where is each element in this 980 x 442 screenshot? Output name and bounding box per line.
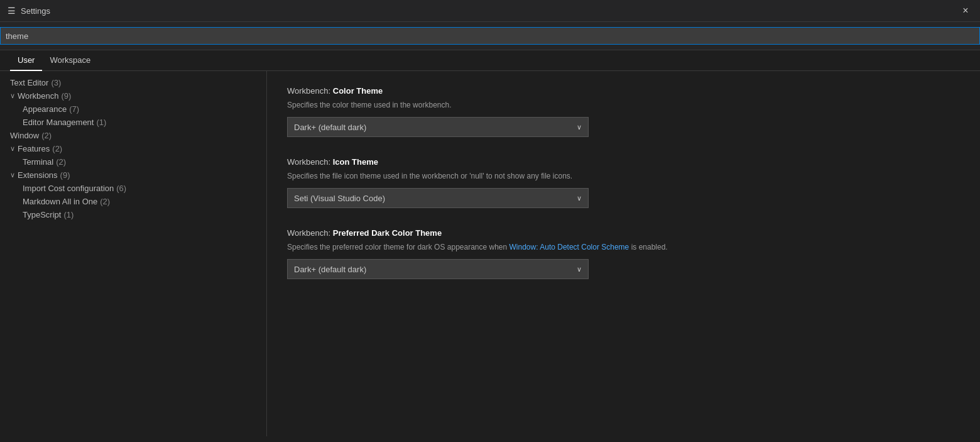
sidebar-item-label: Editor Management (23, 118, 94, 127)
sidebar-item-appearance[interactable]: Appearance (7) (0, 102, 266, 116)
sidebar-item-count: (2) (41, 131, 52, 140)
chevron-down-icon: ∨ (577, 265, 582, 273)
sidebar-item-label: Text Editor (10, 78, 48, 87)
search-bar (0, 22, 980, 50)
dropdown-value: Dark+ (default dark) (294, 123, 366, 132)
sidebar-item-label: Features (18, 144, 50, 153)
sidebar-item-features[interactable]: ∨ Features (2) (0, 142, 266, 155)
icon-theme-dropdown[interactable]: Seti (Visual Studio Code) ∨ (287, 188, 589, 208)
setting-icon-theme: Workbench: Icon Theme Specifies the file… (287, 157, 960, 208)
sidebar-item-count: (2) (52, 144, 62, 153)
sidebar-item-count: (1) (63, 210, 74, 219)
setting-title: Workbench: Icon Theme (287, 157, 960, 167)
sidebar: Text Editor (3) ∨ Workbench (9) Appearan… (0, 71, 267, 436)
setting-preferred-dark-color-theme: Workbench: Preferred Dark Color Theme Sp… (287, 228, 960, 279)
settings-content: Workbench: Color Theme Specifies the col… (267, 71, 980, 436)
sidebar-item-count: (9) (62, 91, 72, 101)
sidebar-item-label: TypeScript (23, 210, 61, 219)
sidebar-item-editor-management[interactable]: Editor Management (1) (0, 116, 266, 129)
auto-detect-color-scheme-link[interactable]: Window: Auto Detect Color Scheme (509, 243, 629, 251)
chevron-down-icon: ∨ (10, 145, 15, 153)
sidebar-item-terminal[interactable]: Terminal (2) (0, 155, 266, 169)
tab-workspace[interactable]: Workspace (42, 50, 98, 71)
sidebar-item-text-editor[interactable]: Text Editor (3) (0, 76, 266, 89)
chevron-down-icon: ∨ (577, 123, 582, 131)
sidebar-item-typescript[interactable]: TypeScript (1) (0, 208, 266, 221)
chevron-down-icon: ∨ (10, 171, 15, 179)
search-input[interactable] (0, 27, 980, 45)
sidebar-item-count: (3) (51, 78, 61, 87)
setting-color-theme: Workbench: Color Theme Specifies the col… (287, 86, 960, 137)
color-theme-dropdown[interactable]: Dark+ (default dark) ∨ (287, 117, 589, 137)
sidebar-item-count: (7) (69, 104, 79, 114)
setting-title: Workbench: Preferred Dark Color Theme (287, 228, 960, 238)
setting-description: Specifies the preferred color theme for … (287, 241, 960, 253)
chevron-down-icon: ∨ (577, 194, 582, 202)
sidebar-item-label: Appearance (23, 104, 67, 114)
chevron-down-icon: ∨ (10, 92, 15, 100)
dropdown-value: Dark+ (default dark) (294, 265, 366, 274)
menu-icon: ☰ (8, 6, 16, 16)
setting-description: Specifies the file icon theme used in th… (287, 170, 960, 182)
sidebar-item-import-cost[interactable]: Import Cost configuration (6) (0, 182, 266, 195)
sidebar-item-label: Terminal (23, 157, 53, 167)
close-button[interactable]: × (959, 4, 972, 18)
sidebar-item-workbench[interactable]: ∨ Workbench (9) (0, 89, 266, 102)
main-layout: Text Editor (3) ∨ Workbench (9) Appearan… (0, 71, 980, 436)
sidebar-item-count: (1) (96, 118, 106, 127)
title-bar: ☰ Settings × (0, 0, 980, 22)
sidebar-item-label: Import Cost configuration (23, 184, 114, 193)
dropdown-value: Seti (Visual Studio Code) (294, 194, 385, 203)
setting-description: Specifies the color theme used in the wo… (287, 99, 960, 111)
tabs-container: User Workspace (0, 50, 980, 71)
sidebar-item-count: (9) (60, 170, 70, 180)
tab-user[interactable]: User (10, 50, 42, 71)
sidebar-item-window[interactable]: Window (2) (0, 129, 266, 142)
sidebar-item-extensions[interactable]: ∨ Extensions (9) (0, 169, 266, 182)
sidebar-item-count: (6) (116, 184, 126, 193)
setting-title: Workbench: Color Theme (287, 86, 960, 96)
sidebar-item-count: (2) (56, 157, 66, 167)
preferred-dark-theme-dropdown[interactable]: Dark+ (default dark) ∨ (287, 259, 589, 279)
sidebar-item-label: Window (10, 131, 39, 140)
sidebar-item-label: Extensions (18, 170, 58, 180)
window-title: Settings (21, 6, 959, 16)
sidebar-item-label: Markdown All in One (23, 197, 97, 206)
sidebar-item-count: (2) (100, 197, 110, 206)
sidebar-item-label: Workbench (18, 91, 59, 101)
sidebar-item-markdown[interactable]: Markdown All in One (2) (0, 195, 266, 208)
